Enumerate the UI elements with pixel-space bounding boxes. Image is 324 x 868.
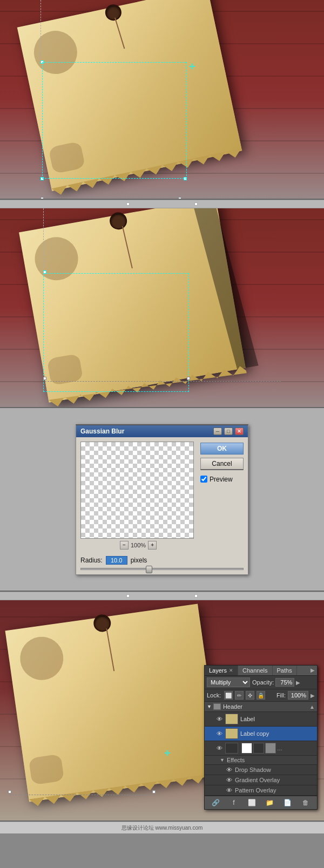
tab-channels[interactable]: Channels [238,666,272,675]
opacity-label: Opacity: [252,679,274,686]
effect-eye-gradient-overlay[interactable]: 👁 [225,776,233,784]
effects-header[interactable]: ▼ Effects [205,756,317,765]
canvas-section-3: ✛ Layers ✕ Channels Paths ▶ Multiply [0,600,324,822]
outer-guide-3 [10,795,153,795]
selection-handle-outer [178,197,181,200]
ok-button[interactable]: OK [200,443,244,455]
layer-row-label[interactable]: 👁 Label [205,712,317,727]
dialog-controls: OK Cancel Preview [200,442,244,550]
channels-tab-label: Channels [242,667,267,674]
layers-panel: Layers ✕ Channels Paths ▶ Multiply Opaci… [204,665,318,810]
layer-eye-label[interactable]: 👁 [215,715,223,723]
dialog-slider-row [76,567,248,574]
crosshair-3: ✛ [164,749,171,757]
radius-input[interactable] [106,556,127,565]
group-icon [213,703,221,710]
effect-name-pattern-overlay: Pattern Overlay [235,787,276,794]
canvas-section-1: ✛ [0,0,324,200]
gaussian-blur-dialog: Gaussian Blur ─ □ ✕ − 100% + OK Cancel [76,424,248,575]
zoom-in-button[interactable]: + [148,541,157,550]
footer-text: 思缘设计论坛 www.missyuan.com [122,824,203,832]
cancel-button[interactable]: Cancel [200,458,244,470]
dialog-titlebar-buttons: ─ □ ✕ [213,428,244,435]
layer-mask-button[interactable]: ⬜ [247,798,256,808]
layer-extra-menu[interactable]: … [277,745,282,751]
effect-name-gradient-overlay: Gradient Overlay [235,777,280,783]
divider-dot-3 [126,594,130,598]
group-name: Header [223,703,309,710]
layers-list: ▼ Header ▲ 👁 Label 👁 Label copy 👁 [205,702,317,796]
paper-tag-1 [17,0,242,191]
new-layer-button[interactable]: 📄 [283,798,293,808]
layers-mode-row: Multiply Opacity: ▶ [205,676,317,689]
radius-unit: pixels [131,557,147,564]
scroll-up-icon[interactable]: ▲ [309,704,315,710]
effect-eye-pattern-overlay[interactable]: 👁 [225,786,233,794]
layer-row-label-copy[interactable]: 👁 Label copy [205,727,317,741]
divider-dot-4 [194,594,198,598]
group-expand-icon: ▼ [207,704,212,709]
layer-mask-black [253,743,264,754]
close-button[interactable]: ✕ [235,428,244,435]
layer-row-extra[interactable]: 👁 … [205,741,317,756]
radius-label: Radius: [80,557,103,564]
delete-layer-button[interactable]: 🗑 [301,798,310,808]
dialog-title: Gaussian Blur [80,428,124,435]
link-layers-button[interactable]: 🔗 [211,798,221,808]
opacity-arrow[interactable]: ▶ [296,680,300,686]
preview-label: Preview [210,476,233,483]
opacity-input[interactable] [275,678,294,687]
tab-layers[interactable]: Layers ✕ [205,666,238,675]
fill-input[interactable] [288,691,308,700]
lock-transparency-button[interactable]: ⬜ [224,691,233,700]
layer-name-label: Label [240,716,315,722]
layers-tab-label: Layers [209,667,227,674]
lock-paint-button[interactable]: ✏ [235,691,244,700]
layer-eye-copy[interactable]: 👁 [215,730,223,737]
tab-paths[interactable]: Paths [273,666,297,675]
divider-dot-2 [194,202,198,206]
divider-dots-1 [126,202,198,206]
lock-move-button[interactable]: ✜ [246,691,254,700]
fill-row: Fill: ▶ [276,691,315,700]
preview-check[interactable] [200,476,207,483]
guide-line-h-1 [40,197,308,198]
crosshair-1: ✛ [189,62,195,71]
guide-line-v-1 [40,0,42,62]
divider-dots-2 [126,594,198,598]
preview-checkbox[interactable]: Preview [200,476,244,483]
slider-track[interactable] [80,568,244,570]
layers-tabs: Layers ✕ Channels Paths ▶ [205,666,317,676]
new-group-button[interactable]: 📁 [265,798,275,808]
dialog-preview-area: − 100% + [80,442,196,550]
tab-layers-close[interactable]: ✕ [229,668,233,673]
canvas-section-2: ✛ [0,208,324,408]
maximize-button[interactable]: □ [224,428,233,435]
blend-mode-select[interactable]: Multiply [207,677,250,687]
fill-label: Fill: [276,692,286,699]
fill-arrow[interactable]: ▶ [310,693,315,699]
layer-mask-gray [265,743,276,754]
tab-panel-menu[interactable]: ▶ [308,666,317,675]
layer-extra-thumbs [241,743,276,754]
effect-row-pattern-overlay[interactable]: 👁 Pattern Overlay [205,785,317,796]
layer-group-header[interactable]: ▼ Header ▲ [205,702,317,712]
layer-eye-extra[interactable]: 👁 [215,744,223,752]
effect-row-drop-shadow[interactable]: 👁 Drop Shadow [205,765,317,775]
zoom-out-button[interactable]: − [120,541,129,550]
layer-thumb-copy [225,728,238,739]
lock-all-button[interactable]: 🔒 [256,691,265,700]
preview-canvas [80,442,194,539]
divider-1 [0,200,324,208]
minimize-button[interactable]: ─ [213,428,222,435]
layers-lock-row: Lock: ⬜ ✏ ✜ 🔒 Fill: ▶ [205,689,317,702]
paths-tab-label: Paths [277,667,292,674]
effect-eye-drop-shadow[interactable]: 👁 [225,766,233,774]
layer-mask-white [241,743,252,754]
selection-handle-outer2 [40,197,44,200]
slider-thumb[interactable] [146,566,152,573]
effects-label: Effects [227,757,245,763]
effect-row-gradient-overlay[interactable]: 👁 Gradient Overlay [205,775,317,785]
layer-style-button[interactable]: f [229,798,239,808]
layers-bottom-bar: 🔗 f ⬜ 📁 📄 🗑 [205,796,317,809]
